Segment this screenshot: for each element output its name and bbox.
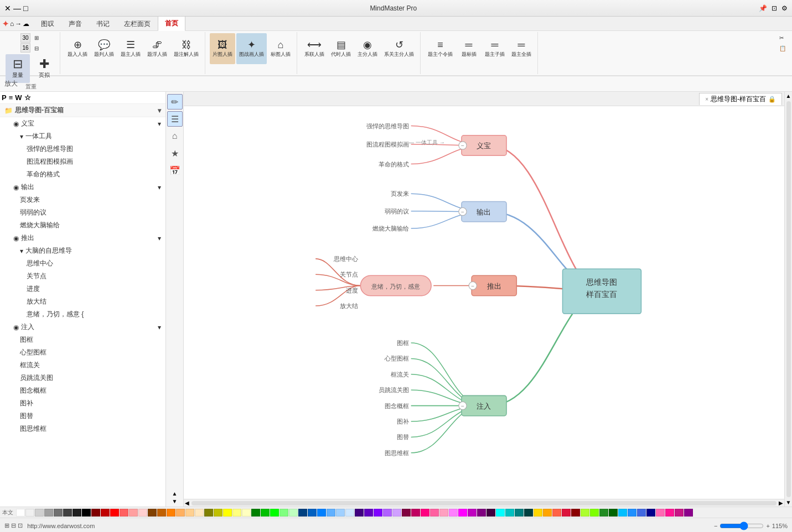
color-swatch-63[interactable] xyxy=(609,509,618,517)
color-swatch-55[interactable] xyxy=(534,509,542,517)
btn-local-image[interactable]: ⌂ 标图人插 xyxy=(268,33,293,64)
color-swatch-13[interactable] xyxy=(138,509,147,517)
btn-modify-branch[interactable]: ↺ 系关主分人插 xyxy=(381,33,417,64)
color-swatch-29[interactable] xyxy=(289,509,298,517)
sidebar-item-inject8[interactable]: 图思维框 xyxy=(0,423,165,435)
sidebar-item-feature1[interactable]: 强悍的思维导图 xyxy=(0,143,165,155)
zoom-minus-btn[interactable]: − xyxy=(714,523,717,529)
scroll-down-btn[interactable]: ▼ xyxy=(172,498,178,504)
sub-yibao-2[interactable]: 图流程图模拟画 xyxy=(366,141,409,148)
canvas-area[interactable]: 思维导图 样百宝百 义宝 − 强悍的思维导图 图流程图模拟画 革命的格式 — 一… xyxy=(184,106,784,499)
sidebar-item-brain3[interactable]: 进度 xyxy=(0,283,165,295)
color-swatch-18[interactable] xyxy=(185,509,194,517)
arrange-btn1[interactable]: ⊞ xyxy=(32,33,42,43)
close-tab-icon[interactable]: × xyxy=(705,96,708,102)
sidebar-item-zhuru[interactable]: ◉ 注入 ▾ xyxy=(0,321,165,333)
color-swatch-26[interactable] xyxy=(261,509,270,517)
tool-list[interactable]: ☰ xyxy=(167,111,183,127)
color-swatch-46[interactable] xyxy=(449,509,458,517)
color-swatch-40[interactable] xyxy=(392,509,401,517)
color-swatch-35[interactable] xyxy=(345,509,354,517)
color-swatch-68[interactable] xyxy=(656,509,665,517)
sub-shuchu-2[interactable]: 弱弱的议 xyxy=(385,208,409,215)
color-swatch-57[interactable] xyxy=(552,509,561,517)
tab-layout[interactable]: 左栏面页 xyxy=(117,17,158,31)
color-swatch-50[interactable] xyxy=(486,509,495,517)
sidebar-item-bigbrain[interactable]: ▾ 大脑的自思维导 xyxy=(0,244,165,257)
extra-btn2[interactable]: 📋 xyxy=(777,44,789,53)
sub-zhuru-3[interactable]: 框流关 xyxy=(391,371,409,378)
sub-zhuru-2[interactable]: 心型图框 xyxy=(384,355,409,362)
color-swatch-27[interactable] xyxy=(270,509,279,517)
sidebar-icon-w[interactable]: W xyxy=(15,93,22,102)
sidebar-section-root[interactable]: 📁 思维导图-百宝箱 ▾ xyxy=(0,104,165,117)
sub-tuichu-4[interactable]: 放大结 xyxy=(340,302,358,309)
color-swatch-17[interactable] xyxy=(176,509,185,517)
color-swatch-71[interactable] xyxy=(684,509,693,517)
color-swatch-1[interactable] xyxy=(25,509,34,517)
toolbar-btn-move[interactable]: ✚ 页拟 xyxy=(32,54,56,83)
sidebar-item-tuichu[interactable]: ◉ 推出 ▾ xyxy=(0,232,165,244)
color-swatch-56[interactable] xyxy=(543,509,552,517)
sidebar-icon-p[interactable]: P xyxy=(2,93,7,102)
sub-zhuru-4[interactable]: 员跳流关图 xyxy=(379,387,409,393)
btn-branch[interactable]: ◉ 主分人插 xyxy=(355,33,380,64)
tool-pencil[interactable]: ✏ xyxy=(167,94,183,109)
scroll-up-v[interactable]: ▲ xyxy=(786,93,791,99)
color-swatch-45[interactable] xyxy=(439,509,448,517)
color-swatch-33[interactable] xyxy=(327,509,335,517)
color-swatch-5[interactable] xyxy=(63,509,72,517)
color-swatch-22[interactable] xyxy=(223,509,232,517)
color-swatch-4[interactable] xyxy=(54,509,63,517)
sub-zhuru-1[interactable]: 图框 xyxy=(397,340,409,346)
sidebar-item-feature2[interactable]: 图流程图模拟画 xyxy=(0,155,165,168)
color-swatch-66[interactable] xyxy=(637,509,646,517)
color-swatch-0[interactable] xyxy=(16,509,25,517)
sidebar-item-brain5[interactable]: 意绪，乃切，感意 { xyxy=(0,308,165,321)
color-swatch-48[interactable] xyxy=(468,509,477,517)
sidebar-item-inject4[interactable]: 员跳流关图 xyxy=(0,372,165,384)
scroll-up-btn[interactable]: ▲ xyxy=(172,491,178,497)
sub-shuchu-3[interactable]: 燃烧大脑输给 xyxy=(372,225,409,232)
color-swatch-70[interactable] xyxy=(675,509,684,517)
color-swatch-49[interactable] xyxy=(477,509,486,517)
scroll-left-btn[interactable]: ◀ xyxy=(185,500,189,506)
sidebar-item-brain1[interactable]: 思维中心 xyxy=(0,257,165,270)
scroll-right-btn[interactable]: ▶ xyxy=(779,500,783,506)
tab-view[interactable]: 声音 xyxy=(61,17,89,31)
color-swatch-38[interactable] xyxy=(374,509,382,517)
extra-btn1[interactable]: ✂ xyxy=(777,33,789,43)
color-swatch-52[interactable] xyxy=(505,509,514,517)
color-swatch-12[interactable] xyxy=(129,509,138,517)
color-swatch-6[interactable] xyxy=(73,509,81,517)
color-swatch-41[interactable] xyxy=(402,509,411,517)
color-swatch-61[interactable] xyxy=(590,509,599,517)
sidebar-item-output3[interactable]: 燃烧大脑输给 xyxy=(0,219,165,232)
btn-clip-art[interactable]: 🖼 片图人插 xyxy=(210,33,235,64)
color-swatch-9[interactable] xyxy=(101,509,110,517)
sidebar-item-inject1[interactable]: 图框 xyxy=(0,333,165,346)
sub-yibao-3[interactable]: 革命的格式 xyxy=(379,161,409,168)
color-swatch-31[interactable] xyxy=(308,509,317,517)
btn-timeline[interactable]: ▤ 代时人插 xyxy=(328,33,354,64)
color-swatch-62[interactable] xyxy=(599,509,608,517)
close-btn[interactable]: ✕ xyxy=(4,4,11,13)
color-swatch-10[interactable] xyxy=(110,509,119,517)
sub-tuichu-2[interactable]: 关节点 xyxy=(340,271,358,278)
tool-star[interactable]: ★ xyxy=(167,145,183,161)
color-swatch-20[interactable] xyxy=(204,509,213,517)
sidebar-item-output1[interactable]: 页发来 xyxy=(0,194,165,206)
arrange-btn2[interactable]: ⊟ xyxy=(32,44,42,53)
tool-calendar[interactable]: 📅 xyxy=(167,163,183,178)
zoom-plus-btn[interactable]: + xyxy=(766,523,769,529)
scroll-v[interactable]: ▲ ▼ xyxy=(784,92,792,507)
color-swatch-60[interactable] xyxy=(581,509,589,517)
minimize-btn[interactable]: — xyxy=(13,4,21,13)
settings-icon[interactable]: ⚙ xyxy=(781,4,788,12)
sidebar-item-output2[interactable]: 弱弱的议 xyxy=(0,206,165,219)
sidebar-item-inject5[interactable]: 图念概框 xyxy=(0,384,165,397)
sidebar-item-feature3[interactable]: 革命的格式 xyxy=(0,168,165,181)
color-swatch-30[interactable] xyxy=(298,509,307,517)
sidebar-item-inject2[interactable]: 心型图框 xyxy=(0,346,165,359)
sub-zhuru-7[interactable]: 图替 xyxy=(397,434,409,440)
